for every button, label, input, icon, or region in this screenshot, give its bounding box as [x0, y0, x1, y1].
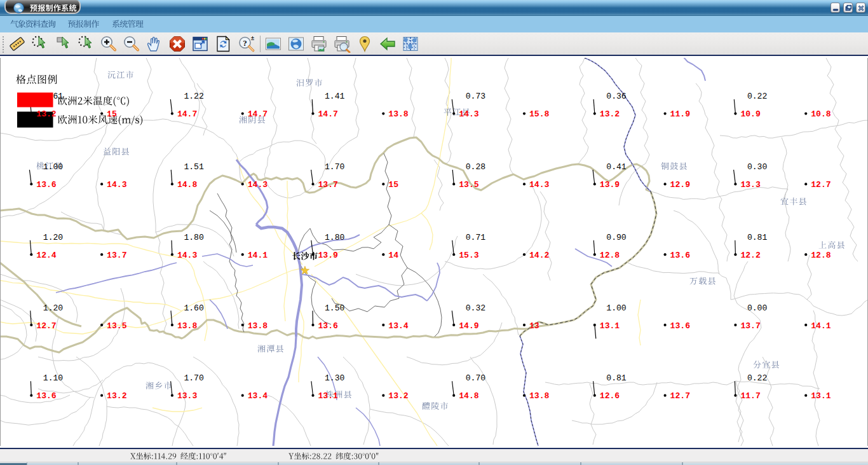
svg-text:1.80: 1.80: [184, 232, 204, 242]
svg-text:0.22: 0.22: [747, 92, 767, 101]
svg-text:13.6: 13.6: [670, 321, 691, 330]
svg-text:1.70: 1.70: [325, 162, 345, 172]
svg-text:14.3: 14.3: [248, 180, 268, 190]
svg-text:13.8: 13.8: [388, 109, 409, 119]
svg-text:0.90: 0.90: [606, 232, 627, 242]
svg-text:12.4: 12.4: [36, 250, 57, 260]
svg-text:14.3: 14.3: [459, 109, 479, 119]
svg-text:1.51: 1.51: [184, 162, 204, 172]
svg-text:0.00: 0.00: [747, 303, 768, 312]
svg-text:13.6: 13.6: [670, 250, 691, 260]
svg-text:14.3: 14.3: [529, 180, 550, 190]
svg-text:12.8: 12.8: [600, 250, 620, 260]
svg-text:12.8: 12.8: [811, 250, 831, 260]
svg-text:0.32: 0.32: [466, 303, 485, 312]
svg-text:1.20: 1.20: [43, 232, 64, 242]
svg-text:1.10: 1.10: [43, 373, 64, 383]
svg-text:13.1: 13.1: [318, 391, 339, 401]
svg-text:1.00: 1.00: [606, 303, 627, 312]
svg-text:10.9: 10.9: [740, 109, 761, 119]
svg-text:12.7: 12.7: [36, 321, 56, 330]
svg-text:13.2: 13.2: [36, 109, 57, 119]
svg-text:13.2: 13.2: [107, 391, 127, 401]
svg-text:14.7: 14.7: [177, 109, 197, 119]
svg-text:14.2: 14.2: [529, 250, 550, 260]
svg-text:13.4: 13.4: [248, 391, 268, 401]
svg-text:0.81: 0.81: [747, 232, 768, 242]
svg-text:13.1: 13.1: [600, 321, 620, 330]
svg-text:13.5: 13.5: [459, 180, 479, 190]
svg-text:0.30: 0.30: [747, 162, 768, 172]
svg-text:1.00: 1.00: [43, 162, 64, 172]
svg-text:14.8: 14.8: [177, 180, 198, 190]
svg-text:13: 13: [529, 321, 539, 330]
svg-text:13.9: 13.9: [600, 180, 620, 190]
svg-text:15: 15: [107, 109, 117, 119]
svg-text:14.9: 14.9: [459, 321, 479, 330]
svg-text:12.9: 12.9: [670, 180, 691, 190]
svg-text:14.3: 14.3: [177, 250, 198, 260]
svg-text:13.2: 13.2: [600, 109, 620, 119]
svg-text:0.70: 0.70: [466, 373, 486, 383]
svg-text:14.7: 14.7: [318, 109, 338, 119]
svg-text:1.50: 1.50: [325, 303, 345, 312]
svg-text:?: ?: [243, 38, 247, 48]
svg-text:0.81: 0.81: [606, 373, 627, 383]
svg-text:13.8: 13.8: [529, 391, 550, 401]
svg-text:13.3: 13.3: [740, 180, 761, 190]
svg-text:14.8: 14.8: [459, 391, 479, 401]
svg-text:±: ±: [251, 35, 254, 41]
svg-text:11.7: 11.7: [740, 391, 760, 401]
svg-text:10.8: 10.8: [811, 109, 831, 119]
svg-text:1.30: 1.30: [325, 373, 345, 383]
svg-text:13.3: 13.3: [177, 391, 198, 401]
svg-text:13.8: 13.8: [177, 321, 198, 330]
svg-text:14.1: 14.1: [811, 321, 831, 330]
svg-text:13.6: 13.6: [318, 321, 339, 330]
svg-text:12.2: 12.2: [740, 250, 761, 260]
svg-text:1.20: 1.20: [43, 303, 64, 312]
svg-text:15.3: 15.3: [459, 250, 479, 260]
svg-text:13.9: 13.9: [318, 250, 339, 260]
svg-text:14: 14: [388, 250, 398, 260]
svg-text:13.7: 13.7: [740, 321, 760, 330]
svg-text:13.7: 13.7: [318, 180, 338, 190]
svg-text:1.80: 1.80: [325, 232, 345, 242]
svg-text:0.41: 0.41: [606, 162, 627, 172]
svg-text:13.5: 13.5: [107, 321, 127, 330]
svg-text:14.1: 14.1: [248, 250, 268, 260]
svg-text:1.22: 1.22: [184, 92, 203, 101]
svg-text:1.70: 1.70: [184, 373, 204, 383]
svg-text:0.71: 0.71: [466, 232, 486, 242]
svg-text:13.7: 13.7: [107, 250, 126, 260]
svg-text:13.8: 13.8: [248, 321, 268, 330]
svg-text:13.2: 13.2: [388, 391, 409, 401]
svg-text:13.6: 13.6: [36, 391, 57, 401]
svg-text:15.8: 15.8: [529, 109, 550, 119]
svg-text:12.7: 12.7: [670, 391, 690, 401]
svg-text:12.7: 12.7: [811, 180, 831, 190]
svg-text:15: 15: [388, 180, 398, 190]
svg-text:13.6: 13.6: [36, 180, 57, 190]
svg-text:13.4: 13.4: [388, 321, 409, 330]
svg-text:11.9: 11.9: [670, 109, 691, 119]
svg-text:0.36: 0.36: [606, 92, 626, 101]
svg-text:0.73: 0.73: [466, 92, 486, 101]
svg-text:0.22: 0.22: [747, 373, 767, 383]
svg-text:1.60: 1.60: [184, 303, 204, 312]
svg-text:14.3: 14.3: [107, 180, 127, 190]
svg-text:1.41: 1.41: [325, 92, 345, 101]
svg-text:13.1: 13.1: [811, 391, 831, 401]
svg-text:0.28: 0.28: [466, 162, 485, 172]
svg-text:14.7: 14.7: [248, 109, 268, 119]
svg-text:12.6: 12.6: [600, 391, 620, 401]
